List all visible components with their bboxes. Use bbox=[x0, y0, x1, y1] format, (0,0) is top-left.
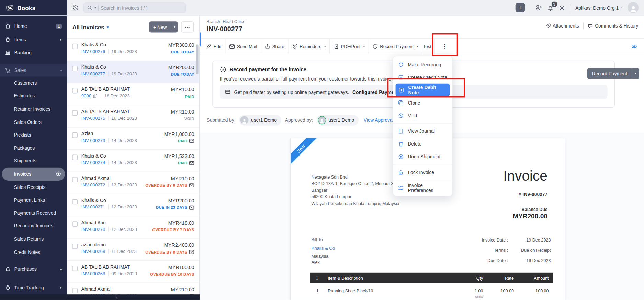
invoice-list-item[interactable]: Ahmad Akmal INV-00027213 Dec 2023 MYR10.… bbox=[67, 172, 199, 194]
menu-item-delete[interactable]: Delete bbox=[393, 137, 452, 150]
search-scope-caret-icon[interactable]: ▾ bbox=[94, 6, 96, 10]
mail-sent-icon bbox=[189, 139, 194, 143]
row-checkbox[interactable] bbox=[72, 44, 78, 49]
row-checkbox[interactable] bbox=[72, 221, 78, 227]
sidebar-item-recurring-invoices[interactable]: Recurring Invoices bbox=[0, 219, 67, 233]
settings-gear-icon[interactable] bbox=[558, 4, 565, 11]
sidebar-item-shipments[interactable]: Shipments bbox=[0, 154, 67, 168]
invoice-list-item[interactable]: Khalis & Co INV-00027414 Dec 2023 MYR1,5… bbox=[67, 150, 199, 172]
sidebar-item-retainer-invoices[interactable]: Retainer Invoices bbox=[0, 103, 67, 116]
referral-icon[interactable] bbox=[535, 4, 542, 11]
invoice-number-link[interactable]: INV-000275 bbox=[81, 116, 105, 120]
invoice-list-item[interactable]: Khalis & Co INV-00027112 Dec 2023 MYR200… bbox=[67, 194, 199, 216]
row-checkbox[interactable] bbox=[72, 132, 78, 138]
sidebar-item-sales-returns[interactable]: Sales Returns bbox=[0, 233, 67, 246]
reminders-button[interactable]: Reminders ▾ bbox=[289, 39, 330, 54]
pdf-print-button[interactable]: PDF/Print ▾ bbox=[330, 39, 369, 54]
row-checkbox[interactable] bbox=[72, 110, 78, 116]
invoice-list-item[interactable]: Khalis & Co INV-00027719 Dec 2023 MYR200… bbox=[67, 61, 199, 83]
invoice-list-item[interactable]: AB TALIB AB RAHMAT INV-00027516 Dec 2023… bbox=[67, 105, 199, 128]
invoice-list-item[interactable]: azlan demo INV-00026911 Dec 2023 MYR2,40… bbox=[67, 239, 199, 261]
history-icon[interactable] bbox=[72, 4, 79, 11]
user-avatar[interactable] bbox=[628, 2, 639, 13]
list-more-button[interactable]: ••• bbox=[181, 21, 194, 32]
sidebar-item-invoices[interactable]: Invoices bbox=[2, 168, 65, 181]
invoice-number-link[interactable]: INV-000270 bbox=[81, 227, 105, 232]
row-checkbox[interactable] bbox=[72, 244, 78, 249]
list-scrollbar[interactable] bbox=[196, 44, 198, 74]
quick-create-button[interactable]: + bbox=[516, 3, 525, 12]
sidebar-item-payments-received[interactable]: Payments Received bbox=[0, 206, 67, 219]
row-checkbox[interactable] bbox=[72, 288, 78, 293]
invoice-list-item[interactable]: AB TALIB AB RAHMAT INV-00026809 Dec 2023… bbox=[67, 261, 199, 283]
menu-item-create-credit-note[interactable]: Create Credit Note bbox=[393, 71, 452, 84]
sidebar-item-purchases[interactable]: Purchases ▸ bbox=[0, 262, 67, 276]
row-checkbox[interactable] bbox=[72, 199, 78, 205]
test-button[interactable]: Test bbox=[420, 39, 435, 54]
search-box[interactable]: ▾ bbox=[83, 2, 186, 13]
app-logo[interactable]: Books bbox=[0, 0, 67, 15]
invoice-list-item[interactable]: Azlan INV-00027314 Dec 2023 MYR1,000.00 … bbox=[67, 128, 199, 150]
row-checkbox[interactable] bbox=[72, 266, 78, 271]
invoice-link-icon[interactable] bbox=[631, 43, 637, 50]
invoice-number-link[interactable]: INV-000272 bbox=[81, 182, 105, 187]
invoice-number-link[interactable]: INV-000271 bbox=[81, 204, 105, 209]
invoice-number-link[interactable]: INV-000276 bbox=[81, 49, 105, 54]
sidebar-item-time-tracking[interactable]: Time Tracking ▸ bbox=[0, 281, 67, 294]
bill-to-customer-link[interactable]: Khalis & Co bbox=[311, 245, 335, 251]
row-checkbox[interactable] bbox=[72, 66, 78, 71]
list-title-dropdown[interactable]: All Invoices ▾ bbox=[72, 24, 109, 30]
sidebar-item-credit-notes[interactable]: Credit Notes bbox=[0, 246, 67, 259]
sidebar-item-sales-orders[interactable]: Sales Orders bbox=[0, 116, 67, 129]
menu-item-void[interactable]: Void bbox=[393, 109, 452, 122]
sidebar-item-packages[interactable]: Packages bbox=[0, 141, 67, 154]
share-button[interactable]: Share bbox=[261, 39, 288, 54]
sidebar-item-home[interactable]: Home 1 bbox=[0, 20, 67, 33]
sidebar-item-banking[interactable]: Banking bbox=[0, 46, 67, 59]
menu-item-lock-invoice[interactable]: Lock Invoice bbox=[393, 166, 452, 179]
attachments-button[interactable]: Attachments bbox=[545, 23, 579, 29]
notifications-bell-icon[interactable]: 9 bbox=[547, 4, 554, 11]
sidebar-item-picklists[interactable]: Picklists bbox=[0, 129, 67, 142]
customer-name: Khalis & Co bbox=[81, 198, 137, 203]
menu-item-undo-shipment[interactable]: Undo Shipment bbox=[393, 150, 452, 163]
sidebar-item-sales-receipts[interactable]: Sales Receipts bbox=[0, 181, 67, 194]
menu-item-make-recurring[interactable]: Make Recurring bbox=[393, 58, 452, 71]
invoice-list-item[interactable]: AB TALIB AB RAHMAT 909018 Dec 2023 MYR10… bbox=[67, 83, 199, 106]
invoice-list-item[interactable]: Ahmad Abu INV-00027012 Dec 2023 MYR418.0… bbox=[67, 216, 199, 239]
record-payment-caret-icon[interactable]: ▾ bbox=[632, 68, 639, 79]
invoice-number-link[interactable]: INV-000268 bbox=[81, 271, 105, 276]
new-invoice-button[interactable]: + New ▾ bbox=[149, 21, 178, 32]
search-input[interactable] bbox=[101, 5, 168, 10]
send-mail-button[interactable]: Send Mail bbox=[225, 39, 261, 54]
menu-item-view-journal[interactable]: View Journal bbox=[393, 125, 452, 137]
sidebar-section-sales[interactable]: Sales ▾ bbox=[0, 64, 67, 77]
invoice-list-item[interactable]: Khalis & Co INV-00027619 Dec 2023 MYR300… bbox=[67, 39, 199, 61]
sidebar-item-estimates[interactable]: Estimates bbox=[0, 89, 67, 103]
sidebar-item-items[interactable]: Items ▸ bbox=[0, 33, 67, 46]
invoice-number-link[interactable]: INV-000274 bbox=[81, 160, 105, 165]
invoice-number-link[interactable]: INV-000273 bbox=[81, 138, 105, 143]
edit-button[interactable]: Edit bbox=[203, 39, 226, 54]
menu-item-clone[interactable]: Clone bbox=[393, 96, 452, 109]
invoice-number-link[interactable]: INV-000269 bbox=[81, 249, 105, 254]
view-approval-link[interactable]: View Approval bbox=[364, 118, 394, 122]
approval-row: Submitted by: user1 Demo Approved by: us… bbox=[206, 115, 393, 126]
menu-item-invoice-preferences[interactable]: Invoice Preferences bbox=[393, 181, 452, 194]
more-actions-button[interactable]: ⋮ bbox=[437, 39, 452, 54]
record-payment-button[interactable]: Record Payment ▾ bbox=[587, 68, 639, 79]
invoice-number-link[interactable]: INV-000277 bbox=[81, 71, 105, 76]
row-checkbox[interactable] bbox=[72, 155, 78, 160]
invoice-number-link[interactable]: 9090 bbox=[81, 93, 91, 98]
sidebar-collapse-bar[interactable]: ‹ bbox=[0, 294, 200, 300]
comments-history-button[interactable]: Comments & History bbox=[588, 23, 639, 29]
menu-item-create-debit-note[interactable]: Create Debit Note bbox=[396, 84, 450, 96]
row-checkbox[interactable] bbox=[72, 88, 78, 94]
add-invoice-icon[interactable] bbox=[56, 171, 61, 177]
row-checkbox[interactable] bbox=[72, 177, 78, 182]
new-invoice-caret-icon[interactable]: ▾ bbox=[171, 21, 178, 32]
sidebar-item-payment-links[interactable]: Payment Links bbox=[0, 193, 67, 206]
sidebar-item-customers[interactable]: Customers bbox=[0, 76, 67, 89]
org-switcher[interactable]: Aplikasi Demo Org 1 ˅ bbox=[575, 5, 623, 10]
record-payment-toolbar-button[interactable]: Record Payment ▾ bbox=[369, 39, 422, 54]
